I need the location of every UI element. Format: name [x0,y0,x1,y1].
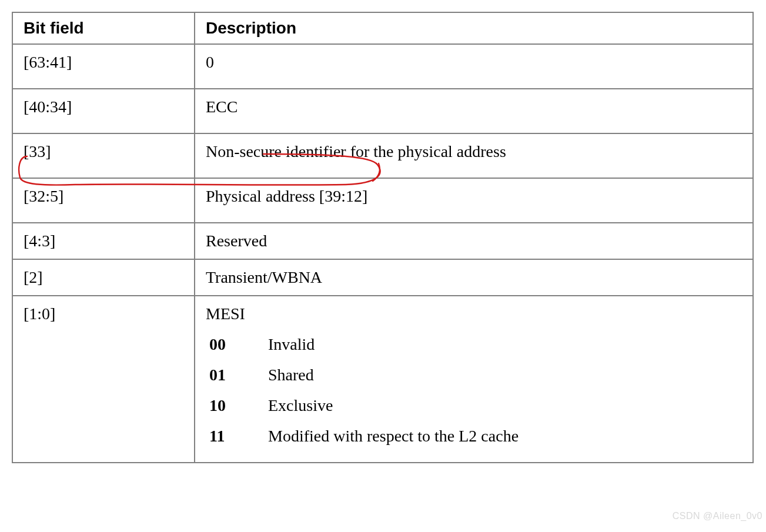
mesi-code: 00 [209,335,238,354]
bit-field-cell: [40:34] [12,89,195,133]
bit-field-cell: [63:41] [12,44,195,89]
description-cell: Non-secure identifier for the physical a… [195,133,753,178]
mesi-label: Shared [268,366,314,384]
bit-field-cell: [1:0] [12,296,195,463]
mesi-code: 11 [209,427,238,446]
description-cell: ECC [195,89,753,133]
table-row: [1:0] MESI 00 Invalid 01 Shared 10 Exclu… [12,296,753,463]
bit-field-cell: [4:3] [12,223,195,259]
mesi-title: MESI [206,305,742,323]
mesi-label: Modified with respect to the L2 cache [268,427,519,446]
bitfield-table: Bit field Description [63:41] 0 [40:34] … [12,12,754,463]
mesi-entry: 10 Exclusive [206,396,742,415]
mesi-code: 01 [209,366,238,384]
description-cell: 0 [195,44,753,89]
mesi-label: Exclusive [268,396,333,415]
table-row: [2] Transient/WBNA [12,259,753,296]
table-row: [32:5] Physical address [39:12] [12,178,753,223]
bit-field-cell: [32:5] [12,178,195,223]
table-header-row: Bit field Description [12,12,753,44]
mesi-code: 10 [209,396,238,415]
table-row: [4:3] Reserved [12,223,753,259]
description-cell: Physical address [39:12] [195,178,753,223]
description-cell: Transient/WBNA [195,259,753,296]
mesi-entry: 11 Modified with respect to the L2 cache [206,427,742,446]
mesi-entry: 01 Shared [206,366,742,384]
header-bit-field: Bit field [12,12,195,44]
header-description: Description [195,12,753,44]
table-row: [40:34] ECC [12,89,753,133]
bit-field-cell: [33] [12,133,195,178]
description-cell: MESI 00 Invalid 01 Shared 10 Exclusive [195,296,753,463]
description-cell: Reserved [195,223,753,259]
mesi-label: Invalid [268,335,315,354]
table-row: [33] Non-secure identifier for the physi… [12,133,753,178]
mesi-entry: 00 Invalid [206,335,742,354]
bit-field-cell: [2] [12,259,195,296]
table-row: [63:41] 0 [12,44,753,89]
